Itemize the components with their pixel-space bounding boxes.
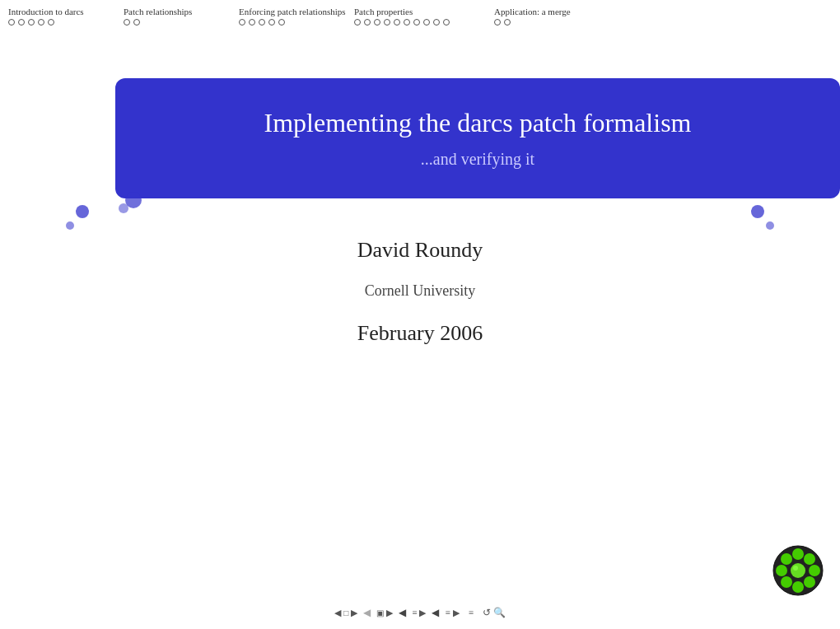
nav-next-2[interactable]: ▶ xyxy=(386,608,393,618)
nav-separator-1: ◀ xyxy=(363,607,371,619)
author-section: David Roundy Cornell University February… xyxy=(357,238,483,346)
bubble-dot-right-small xyxy=(766,221,774,230)
nav-dot xyxy=(364,19,371,26)
nav-list-icon-2[interactable]: ≡ xyxy=(445,608,450,617)
nav-align-icon[interactable]: ≡ xyxy=(469,608,474,617)
svg-point-10 xyxy=(793,566,798,571)
presentation-title-box: Implementing the darcs patch formalism .… xyxy=(115,78,840,198)
nav-section-app-merge[interactable]: Application: a merge xyxy=(494,7,609,26)
logo-icon xyxy=(772,545,824,596)
bubble-dot-small xyxy=(66,221,74,230)
nav-dot xyxy=(259,19,265,26)
svg-point-7 xyxy=(776,565,787,576)
nav-list-icon[interactable]: ≡ xyxy=(412,608,417,617)
nav-dots-enforcing xyxy=(239,19,285,26)
author-name: David Roundy xyxy=(357,238,483,263)
nav-search-icon[interactable]: 🔍 xyxy=(493,607,506,619)
nav-dot xyxy=(404,19,410,26)
nav-next-3[interactable]: ▶ xyxy=(419,608,426,618)
nav-dot xyxy=(354,19,361,26)
nav-dot xyxy=(433,19,440,26)
svg-point-4 xyxy=(804,576,815,588)
nav-bar: Introduction to darcs Patch relationship… xyxy=(0,0,840,29)
main-content: Implementing the darcs patch formalism .… xyxy=(0,29,840,346)
nav-prev-section[interactable]: ◀ xyxy=(334,608,341,618)
nav-dot xyxy=(249,19,255,26)
institution: Cornell University xyxy=(357,282,483,300)
nav-dots-app-merge xyxy=(494,19,511,26)
nav-dot xyxy=(124,19,130,26)
nav-dot xyxy=(239,19,245,26)
nav-dot xyxy=(394,19,400,26)
presentation-title: Implementing the darcs patch formalism xyxy=(165,108,791,138)
svg-point-5 xyxy=(792,581,804,593)
nav-box-icon[interactable]: □ xyxy=(343,608,348,617)
nav-section-intro[interactable]: Introduction to darcs xyxy=(8,7,124,26)
presentation-date: February 2006 xyxy=(357,321,483,346)
nav-dots-intro xyxy=(8,19,54,26)
nav-next-section[interactable]: ▶ xyxy=(351,608,357,618)
nav-section-patch-props[interactable]: Patch properties xyxy=(354,7,494,26)
nav-dot xyxy=(494,19,501,26)
svg-point-6 xyxy=(781,576,792,588)
nav-dot xyxy=(28,19,35,26)
title-area: Implementing the darcs patch formalism .… xyxy=(58,78,782,198)
nav-dots-patch-rel xyxy=(124,19,140,26)
nav-dot xyxy=(268,19,275,26)
bubble-dot-right-large xyxy=(751,205,764,218)
svg-point-8 xyxy=(781,553,792,565)
nav-dot xyxy=(423,19,430,26)
nav-section-intro-title: Introduction to darcs xyxy=(8,7,84,16)
svg-point-3 xyxy=(809,565,820,576)
nav-section-patch-rel[interactable]: Patch relationships xyxy=(124,7,239,26)
nav-dot xyxy=(384,19,390,26)
nav-dot xyxy=(133,19,140,26)
nav-dot xyxy=(504,19,511,26)
nav-dot xyxy=(374,19,380,26)
nav-filled-box[interactable]: ▣ xyxy=(376,608,384,617)
nav-section-app-merge-title: Application: a merge xyxy=(494,7,571,16)
nav-dot xyxy=(8,19,15,26)
nav-section-patch-props-title: Patch properties xyxy=(354,7,413,16)
nav-section-patch-rel-title: Patch relationships xyxy=(124,7,192,16)
svg-point-2 xyxy=(804,553,815,565)
svg-point-1 xyxy=(792,548,804,560)
nav-symbols[interactable]: ◀ □ ▶ ◀ ▣ ▶ ◀ ≡ ▶ ◀ ≡ ▶ ≡ ↺ 🔍 xyxy=(334,607,506,619)
nav-next-4[interactable]: ▶ xyxy=(453,608,460,618)
nav-dot xyxy=(443,19,450,26)
nav-dot xyxy=(38,19,44,26)
nav-refresh-icon[interactable]: ↺ xyxy=(483,607,491,619)
nav-dot xyxy=(413,19,420,26)
nav-separator-2: ◀ xyxy=(399,607,406,619)
bottom-nav-bar: ◀ □ ▶ ◀ ▣ ▶ ◀ ≡ ▶ ◀ ≡ ▶ ≡ ↺ 🔍 xyxy=(0,596,840,629)
nav-section-enforcing-title: Enforcing patch relationships xyxy=(239,7,346,16)
nav-dot xyxy=(48,19,54,26)
nav-separator-3: ◀ xyxy=(432,607,439,619)
svg-point-9 xyxy=(791,563,805,578)
nav-dots-patch-props xyxy=(354,19,450,26)
nav-dot xyxy=(278,19,285,26)
bubble-dot-large xyxy=(76,205,89,218)
nav-section-enforcing[interactable]: Enforcing patch relationships xyxy=(239,7,354,26)
presentation-subtitle: ...and verifying it xyxy=(165,150,791,169)
nav-dot xyxy=(18,19,25,26)
